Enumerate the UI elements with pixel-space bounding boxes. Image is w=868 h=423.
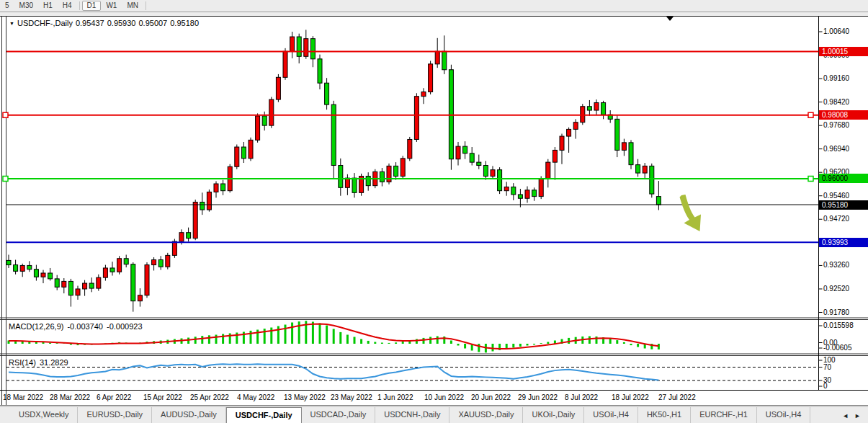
price-axis-label: 0.93260 (823, 261, 849, 270)
candle-57 (401, 159, 405, 177)
price-axis-label: 0.94720 (823, 215, 849, 223)
time-axis-label: 29 Jun 2022 (518, 393, 558, 401)
price-badge-0.93993: 0.93993 (819, 238, 868, 247)
rsi-indicator-label: RSI(14)31.2829 (9, 358, 72, 367)
timeframe-button-d1[interactable]: D1 (82, 1, 102, 11)
candle-30 (214, 184, 218, 192)
candle-6 (48, 273, 53, 279)
chart-symbol-label: USDCHF-,Daily (17, 19, 73, 27)
toolbar-separator (146, 1, 146, 10)
price-axis-label: 0.97680 (823, 121, 849, 130)
candle-7 (55, 279, 59, 287)
macd-axis-label: 0.015598 (823, 321, 854, 330)
chart-tab-eurusd-daily[interactable]: EURUSD-,Daily (78, 407, 152, 423)
candle-93 (650, 166, 654, 194)
candle-55 (387, 166, 391, 182)
candle-75 (525, 190, 529, 198)
time-axis-label: 23 May 2022 (331, 393, 372, 401)
candle-10 (76, 289, 80, 295)
hline-handle[interactable] (808, 112, 813, 117)
price-axis-label: 1.00640 (823, 27, 849, 36)
candle-58 (408, 139, 412, 158)
chart-tabs: USDX,WeeklyEURUSD-,DailyAUDUSD-,DailyUSD… (0, 407, 810, 423)
candle-3 (27, 265, 32, 269)
candle-49 (345, 178, 349, 187)
candle-62 (435, 51, 439, 64)
candle-59 (414, 97, 419, 140)
chart-tab-ukoil-daily[interactable]: UKOil-,Daily (523, 407, 584, 423)
timeframe-button-h4[interactable]: H4 (58, 1, 77, 11)
time-axis-label: 18 Jul 2022 (612, 393, 649, 401)
ohlc-low: 0.95007 (138, 19, 167, 27)
price-badge-1.00015: 1.00015 (819, 47, 868, 56)
timeframe-button-mn[interactable]: MN (122, 1, 143, 11)
candle-71 (498, 170, 502, 191)
candle-5 (41, 273, 45, 277)
candle-22 (158, 260, 163, 267)
candle-60 (421, 92, 426, 97)
chart-tab-xauusd-daily[interactable]: XAUUSD-,Daily (449, 407, 523, 423)
candle-91 (636, 165, 640, 173)
time-axis-label: 27 Jul 2022 (658, 393, 696, 401)
time-axis-label: 1 Jun 2022 (377, 393, 413, 401)
candle-63 (442, 51, 447, 69)
chart-tab-hk50-h1[interactable]: HK50-,H1 (638, 407, 691, 423)
candle-35 (249, 140, 253, 158)
chart-tab-audusd-daily[interactable]: AUDUSD-,Daily (152, 407, 226, 423)
chart-tab-eurchf-h1[interactable]: EURCHF-,H1 (691, 407, 757, 423)
candle-74 (518, 195, 522, 198)
timeframe-button-h1[interactable]: H1 (38, 1, 58, 11)
candle-34 (241, 147, 246, 159)
hline-handle[interactable] (3, 176, 8, 181)
candle-17 (124, 259, 128, 264)
chart-tab-usdchf-daily[interactable]: USDCHF-,Daily (226, 407, 302, 423)
candle-19 (138, 295, 142, 301)
timeframe-button-m30[interactable]: M30 (14, 1, 38, 11)
tab-scroll-right-icon[interactable]: ► (851, 412, 864, 419)
time-axis-label: 13 May 2022 (284, 393, 326, 401)
ohlc-close: 0.95180 (170, 19, 199, 27)
tab-scroll-left-icon[interactable]: ◄ (839, 412, 851, 419)
ohlc-open: 0.95437 (76, 19, 104, 27)
candle-56 (394, 166, 398, 176)
time-axis-label: 10 Jun 2022 (424, 393, 464, 401)
candle-85 (594, 102, 599, 110)
timeframe-button-5[interactable]: 5 (0, 1, 14, 11)
time-axis-label: 8 Jul 2022 (565, 393, 598, 401)
price-badge-0.98008: 0.98008 (819, 110, 868, 120)
hline-handle[interactable] (3, 112, 8, 117)
candle-28 (200, 202, 205, 210)
chart-tab-usoil-h4[interactable]: USOil-,H4 (584, 407, 638, 423)
candle-43 (304, 39, 308, 57)
chart-tab-usdx-weekly[interactable]: USDX,Weekly (10, 407, 78, 423)
candle-88 (615, 119, 619, 150)
macd-axis-label: -0.00605 (823, 344, 851, 352)
candle-14 (103, 268, 107, 277)
chart-plot-area[interactable] (0, 12, 868, 406)
candle-1 (14, 265, 18, 272)
price-axis-label: 0.96940 (823, 145, 849, 153)
time-axis-label: 15 Apr 2022 (143, 393, 182, 401)
rsi-line (9, 364, 658, 380)
candle-31 (221, 184, 225, 191)
candle-77 (539, 179, 543, 197)
chart-title: ▼USDCHF-,Daily0.954370.959300.950070.951… (9, 19, 202, 27)
time-axis-label: 4 May 2022 (237, 393, 274, 401)
candle-79 (552, 150, 557, 162)
price-axis-label: 0.91780 (823, 308, 849, 317)
symbol-dropdown-icon[interactable]: ▼ (9, 21, 14, 26)
candle-37 (262, 116, 267, 125)
chart-tab-usdcnh-daily[interactable]: USDCNH-,Daily (375, 407, 449, 423)
hline-handle[interactable] (808, 176, 813, 181)
chart-shift-marker-icon (666, 17, 674, 21)
price-badge-0.95180: 0.95180 (819, 200, 868, 210)
candle-33 (235, 147, 239, 166)
candle-68 (477, 162, 481, 165)
candle-47 (331, 104, 336, 165)
chart-tab-usoil-h4[interactable]: USOil-,H4 (757, 407, 811, 423)
timeframe-button-w1[interactable]: W1 (101, 1, 122, 11)
down-arrow-annotation[interactable] (680, 195, 702, 231)
candle-23 (166, 255, 170, 267)
chart-tab-usdcad-daily[interactable]: USDCAD-,Daily (302, 407, 376, 423)
candle-11 (83, 283, 87, 289)
